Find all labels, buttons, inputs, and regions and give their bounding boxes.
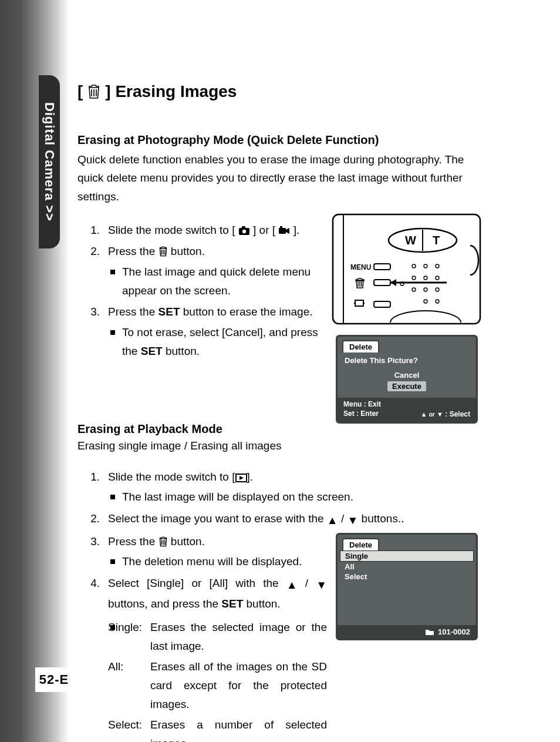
pb-step-2: Select the image you want to erase with … — [77, 509, 488, 530]
step1-text-a: Slide the mode switch to [ — [108, 224, 235, 236]
step3-bullet-set: SET — [141, 345, 163, 357]
def-select-text: Erases a number of selected images. — [150, 716, 327, 742]
video-icon — [278, 226, 290, 236]
lcd1-footer-left: Menu : Exit Set : Enter — [343, 400, 381, 418]
pb4-def-wrap: Single: Erases the selected image or the… — [108, 618, 327, 742]
svg-rect-4 — [280, 226, 282, 229]
pb3-a: Press the — [108, 535, 158, 548]
pb4-set: SET — [221, 597, 243, 610]
section2-intro: Erasing single image / Erasing all image… — [77, 439, 488, 452]
svg-rect-22 — [374, 280, 390, 286]
step2-bullet: The last image and quick delete menu app… — [108, 263, 333, 301]
figure-screen-quick-delete: Delete Delete This Picture? Cancel Execu… — [336, 335, 478, 424]
folder-icon — [425, 629, 434, 636]
step-1: Slide the mode switch to [ ] or [ ]. — [77, 221, 333, 240]
def-single-text: Erases the selected image or the last im… — [150, 618, 327, 656]
page-number-text: 52-E — [39, 672, 69, 687]
lcd2-item-select: Select — [340, 572, 474, 582]
def-single-term: Single: — [108, 618, 150, 656]
section2-heading: Erasing at Playback Mode — [77, 422, 488, 436]
step1-text-b: ] or [ — [253, 224, 275, 236]
lcd1-footer: Menu : Exit Set : Enter ▲ or ▼ : Select — [338, 398, 476, 422]
sidebar-label: Digital Camera >> — [42, 102, 57, 221]
step3-text-b: button to erase the image. — [180, 305, 313, 318]
step2-text-b: button. — [168, 245, 205, 257]
lcd2-tab: Delete — [342, 538, 379, 550]
trash-icon — [158, 536, 168, 547]
menu-label: MENU — [350, 263, 371, 271]
lcd1-opt-execute: Execute — [387, 381, 426, 391]
sidebar-tab: Digital Camera >> — [39, 75, 60, 249]
page-title: [ ] Erasing Images — [77, 82, 488, 101]
lcd1-tab: Delete — [342, 340, 379, 352]
pb2-b: buttons.. — [358, 512, 404, 525]
step2-text-a: Press the — [108, 245, 158, 257]
down-triangle-icon: ▼ — [347, 511, 358, 530]
svg-rect-21 — [374, 264, 390, 270]
title-prefix: [ — [77, 82, 83, 101]
step-2: Press the button. The last image and qui… — [77, 242, 333, 300]
lcd2-folder-bar: 101-0002 — [338, 625, 476, 639]
lcd-quick-delete: Delete Delete This Picture? Cancel Execu… — [336, 335, 478, 424]
down-triangle-icon: ▼ — [316, 576, 327, 595]
pb3-b: button. — [168, 535, 205, 548]
lcd-delete-menu: Delete Single All Select 101-0002 — [336, 533, 478, 640]
pb4-b: buttons, and press the — [108, 597, 221, 610]
def-select-term: Select: — [108, 716, 150, 742]
lcd2-item-single: Single — [340, 550, 474, 562]
lcd1-options: Cancel Execute — [338, 370, 476, 392]
pb4-definitions: Single: Erases the selected image or the… — [108, 618, 327, 742]
step3-bullet-b: button. — [163, 345, 200, 357]
step3-set: SET — [158, 305, 180, 318]
trash-icon — [87, 84, 100, 99]
step3-text-a: Press the — [108, 305, 158, 318]
pb4-c: button. — [243, 597, 280, 610]
figure-camera-back: W T MENU — [332, 213, 481, 325]
figure-screen-delete-menu: Delete Single All Select 101-0002 — [336, 533, 478, 640]
lcd2-folder-num: 101-0002 — [438, 627, 470, 636]
page-number: 52-E — [35, 667, 73, 692]
def-all: All: Erases all of the images on the SD … — [108, 657, 327, 714]
pb1-b: ]. — [247, 471, 254, 483]
title-suffix: ] Erasing Images — [105, 82, 237, 101]
trash-icon — [158, 246, 168, 257]
pb4-a: Select [Single] or [All] with the — [108, 577, 286, 589]
svg-rect-3 — [279, 228, 286, 234]
def-all-term: All: — [108, 657, 150, 714]
lcd1-prompt: Delete This Picture? — [345, 356, 469, 365]
camera-icon — [238, 226, 250, 236]
pb-step-1: Slide the mode switch to []. The last im… — [77, 468, 488, 507]
pb1-bullet: The last image will be displayed on the … — [108, 488, 488, 506]
section1-intro: Quick delete function enables you to era… — [77, 150, 488, 206]
pb2-a: Select the image you want to erase with … — [108, 512, 327, 525]
step3-bullet: To not erase, select [Cancel], and press… — [108, 323, 333, 361]
up-triangle-icon: ▲ — [327, 511, 338, 530]
lcd1-footer-l1: Menu : Exit — [343, 400, 381, 409]
svg-point-2 — [242, 230, 246, 233]
zoom-w-label: W — [405, 234, 416, 247]
lcd2-spacer — [338, 584, 476, 625]
svg-rect-27 — [374, 301, 390, 307]
step3-sub: To not erase, select [Cancel], and press… — [108, 323, 333, 361]
lcd1-footer-l2: Set : Enter — [343, 409, 381, 419]
svg-rect-1 — [242, 226, 245, 229]
section1-heading: Erasing at Photography Mode (Quick Delet… — [77, 133, 488, 147]
def-single: Single: Erases the selected image or the… — [108, 618, 327, 656]
zoom-t-label: T — [433, 234, 440, 247]
lcd2-item-all: All — [340, 562, 474, 572]
step-3: Press the SET button to erase the image.… — [77, 303, 333, 361]
step2-sub: The last image and quick delete menu app… — [108, 263, 333, 301]
lcd2-list: Single All Select — [340, 550, 474, 582]
up-triangle-icon: ▲ — [286, 576, 298, 595]
lcd1-footer-right: ▲ or ▼ : Select — [421, 410, 471, 418]
lcd1-opt-cancel: Cancel — [390, 370, 424, 380]
def-select: Select: Erases a number of selected imag… — [108, 716, 327, 742]
pb1-a: Slide the mode switch to [ — [108, 471, 235, 483]
playback-icon — [235, 474, 247, 482]
def-all-text: Erases all of the images on the SD card … — [150, 657, 327, 714]
pb1-sub: The last image will be displayed on the … — [108, 488, 488, 506]
step1-text-c: ]. — [294, 224, 300, 236]
